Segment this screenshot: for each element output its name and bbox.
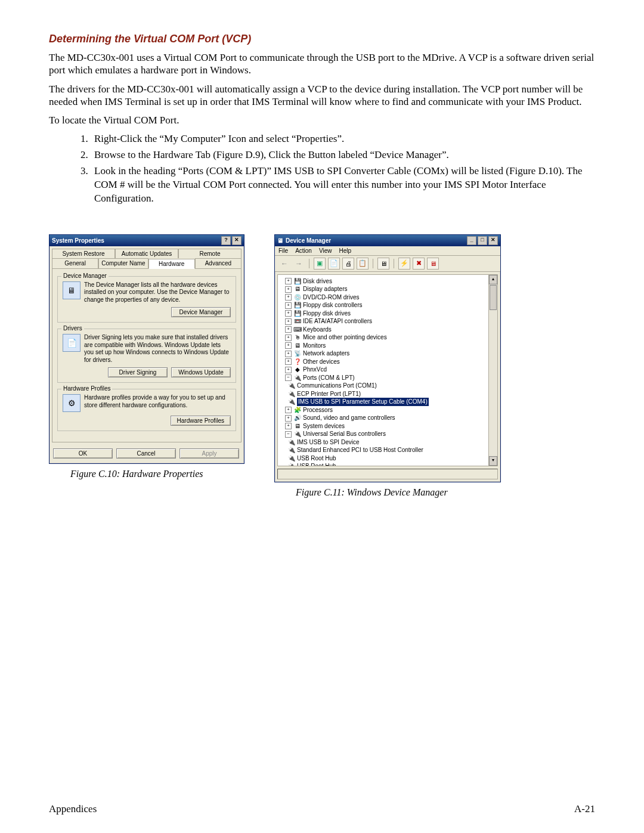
cancel-button[interactable]: Cancel [116,448,176,459]
scan-icon[interactable]: 🖥 [377,258,389,270]
maximize-icon[interactable]: □ [478,236,487,245]
close-icon[interactable]: ✕ [488,236,498,245]
monitor-icon: 🖥 [293,342,301,349]
expand-icon[interactable]: + [285,286,292,293]
expand-icon[interactable]: + [285,407,292,413]
menu-action[interactable]: Action [295,247,312,254]
expand-icon[interactable]: + [285,423,292,429]
uninstall-icon[interactable]: ✖ [413,258,425,270]
expand-icon[interactable]: + [285,415,292,422]
tab-hardware[interactable]: Hardware [148,259,195,269]
tree-node[interactable]: DVD/CD-ROM drives [303,293,359,302]
menu-help[interactable]: Help [339,247,351,254]
menu-file[interactable]: File [278,247,288,254]
tree-node[interactable]: IMS USB to SPI Device [297,438,359,447]
tree-node[interactable]: PhnxVcd [303,366,327,374]
device-manager-button[interactable]: Device Manager [171,307,231,317]
expand-icon[interactable]: + [285,310,292,317]
toolbar-icon[interactable]: ▣ [314,258,326,270]
back-icon[interactable]: ← [278,259,290,268]
expand-icon[interactable]: + [285,294,292,301]
tree-node[interactable]: IDE ATA/ATAPI controllers [303,317,372,326]
tree-node[interactable]: Disk drives [303,277,332,286]
tree-node[interactable]: Other devices [303,358,340,366]
tree-node[interactable]: Network adapters [303,349,349,358]
forward-icon[interactable]: → [293,259,305,268]
toolbar-icon[interactable]: 📋 [357,258,369,270]
scrollbar[interactable]: ▴ ▾ [488,275,497,466]
driver-signing-button[interactable]: Driver Signing [108,367,168,377]
tab-computer-name[interactable]: Computer Name [98,258,148,268]
divider [394,259,394,268]
enable-icon[interactable]: ⚡ [398,258,410,270]
tab-automatic-updates[interactable]: Automatic Updates [115,249,178,258]
usb-icon: 🔌 [287,447,295,454]
expand-icon[interactable]: + [285,278,292,284]
tree-node[interactable]: USB Root Hub [297,454,336,463]
print-icon[interactable]: 🖨 [342,258,354,270]
tree-node[interactable]: Processors [303,406,333,414]
statusbar [277,469,498,479]
tree-node[interactable]: Communications Port (COM1) [297,382,377,390]
hardware-profiles-button[interactable]: Hardware Profiles [171,416,231,426]
titlebar: System Properties ? ✕ [49,235,244,246]
expand-icon[interactable]: + [285,326,292,333]
tree-node[interactable]: Universal Serial Bus controllers [303,430,386,438]
tree-node[interactable]: USB Root Hub [297,462,336,466]
expand-icon[interactable]: + [285,358,292,365]
divider [373,259,373,268]
ide-icon: 📼 [293,318,301,325]
usb-icon: 🔌 [287,463,295,466]
tree-node[interactable]: Mice and other pointing devices [303,333,387,342]
scroll-thumb[interactable] [490,285,497,310]
port-icon: 🔌 [287,399,295,405]
expand-icon[interactable]: + [285,335,292,341]
collapse-icon[interactable]: − [285,431,292,438]
menubar: File Action View Help [275,246,500,256]
tree-node-selected[interactable]: IMS USB to SPI Parameter Setup Cable (CO… [297,398,429,406]
help-icon[interactable]: ? [221,236,231,245]
scroll-down-icon[interactable]: ▾ [489,456,497,466]
expand-icon[interactable]: + [285,342,292,349]
tree-node[interactable]: System devices [303,422,345,431]
tab-remote[interactable]: Remote [178,249,242,258]
tree-node[interactable]: Display adapters [303,285,347,293]
tree-node[interactable]: Keyboards [303,326,332,334]
ok-button[interactable]: OK [53,448,113,459]
close-icon[interactable]: ✕ [232,236,242,245]
tree-node[interactable]: Floppy disk controllers [303,301,362,309]
groupbox-text: Hardware profiles provide a way for you … [84,394,231,409]
apply-button[interactable]: Apply [179,448,239,459]
system-icon: 🖥 [293,423,301,429]
windows-update-button[interactable]: Windows Update [171,367,231,377]
device-icon: ◆ [293,367,301,373]
tree-node[interactable]: Floppy disk drives [303,309,351,318]
update-icon[interactable]: 🖥 [427,258,439,270]
list-item: Right-Click the “My Computer” Icon and s… [91,132,595,146]
tree-node[interactable]: Monitors [303,342,326,350]
properties-icon[interactable]: 📄 [328,258,340,270]
toolbar: ← → ▣ 📄 🖨 📋 🖥 ⚡ ✖ 🖥 [275,256,500,272]
list-item: Browse to the Hardware Tab (Figure D.9),… [91,148,595,162]
minimize-icon[interactable]: _ [467,236,476,245]
tree-node[interactable]: ECP Printer Port (LPT1) [297,390,361,398]
other-icon: ❓ [293,358,301,365]
device-tree[interactable]: +💾Disk drives +🖥Display adapters +💿DVD/C… [277,274,498,466]
menu-view[interactable]: View [319,247,332,254]
expand-icon[interactable]: + [285,302,292,309]
floppy-icon: 💾 [293,302,301,309]
tab-general[interactable]: General [52,258,98,268]
expand-icon[interactable]: + [285,318,292,325]
expand-icon[interactable]: + [285,367,292,373]
expand-icon[interactable]: + [285,351,292,357]
tree-node[interactable]: Ports (COM & LPT) [303,374,355,382]
usb-icon: 🔌 [287,439,295,445]
tree-node[interactable]: Sound, video and game controllers [303,414,395,422]
sound-icon: 🔊 [293,415,301,422]
tab-system-restore[interactable]: System Restore [52,249,115,258]
scroll-up-icon[interactable]: ▴ [489,275,497,284]
collapse-icon[interactable]: − [285,374,292,381]
tab-advanced[interactable]: Advanced [195,258,242,268]
tree-node[interactable]: Standard Enhanced PCI to USB Host Contro… [297,446,423,454]
footer-left: Appendices [49,803,97,815]
